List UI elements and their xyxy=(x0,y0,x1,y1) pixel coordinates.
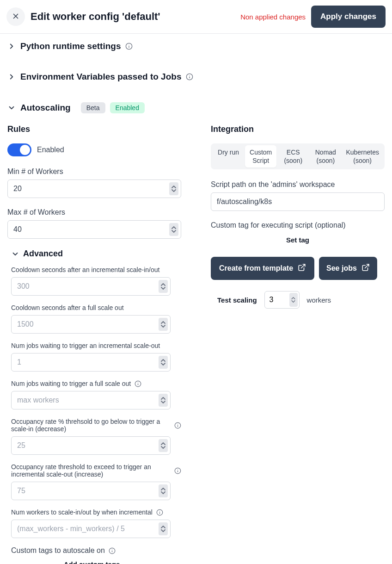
info-icon[interactable] xyxy=(135,380,141,387)
custom-tag-label: Custom tag for executing script (optiona… xyxy=(211,221,385,229)
non-applied-changes: Non applied changes xyxy=(240,13,306,21)
tab-ecs[interactable]: ECS (soon) xyxy=(277,145,309,167)
enabled-label: Enabled xyxy=(37,146,64,154)
tab-custom-script[interactable]: Custom Script xyxy=(245,145,276,167)
jobs-inc-label: Num jobs waiting to trigger an increment… xyxy=(11,342,181,349)
section-title: Python runtime settings xyxy=(20,41,121,51)
stepper-icon[interactable] xyxy=(289,293,298,307)
integration-title: Integration xyxy=(211,124,385,134)
info-icon[interactable] xyxy=(125,43,133,50)
info-icon[interactable] xyxy=(186,73,193,81)
jobs-inc-input[interactable] xyxy=(11,353,171,372)
occ-in-label: Occupancy rate % threhsold to go below t… xyxy=(11,418,181,433)
max-workers-label: Max # of Workers xyxy=(7,208,181,217)
cooldown-full-label: Cooldown seconds after a full scale out xyxy=(11,304,181,311)
svg-line-23 xyxy=(301,265,305,268)
create-from-template-button[interactable]: Create from template xyxy=(211,257,314,280)
script-path-label: Script path on the 'admins' workspace xyxy=(211,180,385,189)
svg-line-24 xyxy=(365,265,368,268)
section-title: Environment Variables passed to Jobs xyxy=(20,72,181,82)
chevron-right-icon xyxy=(7,42,16,50)
section-python-runtime[interactable]: Python runtime settings xyxy=(7,34,385,59)
min-workers-input[interactable] xyxy=(7,180,181,198)
external-link-icon xyxy=(298,263,306,273)
script-path-input[interactable] xyxy=(211,192,385,211)
chevron-down-icon xyxy=(11,250,19,258)
occ-out-label: Occupancy rate threshold to exceed to tr… xyxy=(11,463,181,478)
rules-title: Rules xyxy=(7,124,181,134)
cooldown-inc-label: Cooldown seconds after an incremental sc… xyxy=(11,266,181,273)
tab-nomad[interactable]: Nomad (soon) xyxy=(310,145,341,167)
apply-changes-button[interactable]: Apply changes xyxy=(311,6,386,28)
stepper-icon[interactable] xyxy=(159,484,168,497)
enabled-toggle[interactable] xyxy=(7,143,31,156)
stepper-icon[interactable] xyxy=(159,522,168,535)
section-title: Autoscaling xyxy=(20,103,71,113)
beta-badge: Beta xyxy=(81,102,105,113)
stepper-icon[interactable] xyxy=(159,356,168,369)
stepper-icon[interactable] xyxy=(159,280,168,293)
occ-in-input[interactable] xyxy=(11,436,171,455)
num-workers-inc-label: Num workers to scale-in/out by when incr… xyxy=(11,508,181,516)
see-jobs-button[interactable]: See jobs xyxy=(319,257,377,280)
add-custom-tags-button[interactable]: Add custom tags xyxy=(7,560,176,564)
test-scaling-label: Test scaling xyxy=(217,296,257,304)
occ-out-input[interactable] xyxy=(11,482,171,500)
header-right: Non applied changes Apply changes xyxy=(240,6,386,28)
info-icon[interactable] xyxy=(174,422,181,429)
stepper-icon[interactable] xyxy=(159,394,168,407)
set-tag-button[interactable]: Set tag xyxy=(211,236,385,244)
tab-dry-run[interactable]: Dry run xyxy=(213,145,244,167)
cooldown-full-input[interactable] xyxy=(11,315,171,334)
page-header: Edit worker config 'default' Non applied… xyxy=(0,0,392,34)
external-link-icon xyxy=(361,263,370,273)
stepper-icon[interactable] xyxy=(169,223,178,236)
max-workers-input[interactable] xyxy=(7,220,181,239)
stepper-icon[interactable] xyxy=(169,182,178,195)
custom-tags-label: Custom tags to autoscale on xyxy=(7,546,181,555)
chevron-right-icon xyxy=(7,73,16,81)
cooldown-inc-input[interactable] xyxy=(11,277,171,296)
stepper-icon[interactable] xyxy=(159,318,168,331)
enabled-badge: Enabled xyxy=(110,102,145,113)
advanced-header[interactable]: Advanced xyxy=(11,249,181,259)
stepper-icon[interactable] xyxy=(159,439,168,452)
num-workers-inc-input[interactable] xyxy=(11,520,171,538)
section-env-vars[interactable]: Environment Variables passed to Jobs xyxy=(7,59,385,89)
advanced-title: Advanced xyxy=(23,249,63,259)
tab-kubernetes[interactable]: Kubernetes (soon) xyxy=(342,145,383,167)
jobs-full-input[interactable] xyxy=(11,391,171,409)
info-icon[interactable] xyxy=(156,509,163,516)
min-workers-label: Min # of Workers xyxy=(7,167,181,176)
section-autoscaling[interactable]: Autoscaling Beta Enabled xyxy=(7,89,385,121)
integration-tabs: Dry run Custom Script ECS (soon) Nomad (… xyxy=(211,143,385,169)
header-left: Edit worker config 'default' xyxy=(6,7,160,26)
chevron-down-icon xyxy=(7,104,16,112)
close-icon xyxy=(12,12,20,22)
info-icon[interactable] xyxy=(109,547,116,554)
workers-label: workers xyxy=(307,296,331,304)
close-button[interactable] xyxy=(6,7,25,26)
info-icon[interactable] xyxy=(174,467,181,474)
page-title: Edit worker config 'default' xyxy=(31,11,160,23)
jobs-full-label: Num jobs waiting to trigger a full scale… xyxy=(11,380,181,387)
